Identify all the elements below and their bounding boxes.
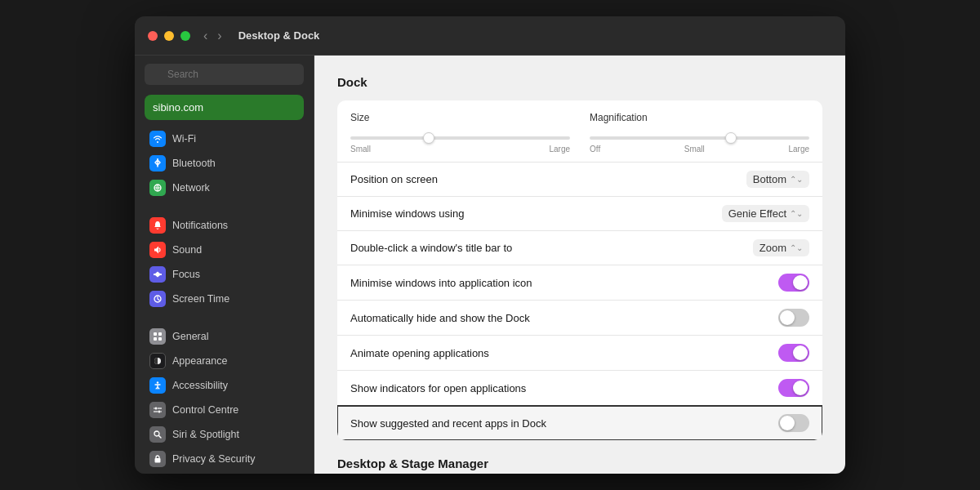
svg-point-9 xyxy=(158,411,161,413)
magnification-slider-group: Magnification Off Small Large xyxy=(590,112,809,154)
svg-rect-5 xyxy=(158,337,162,341)
sidebar-item-bluetooth-label: Bluetooth xyxy=(172,158,216,169)
window-content: 🔍 sibino.com Wi-Fi Bluetooth xyxy=(135,56,845,474)
svg-rect-2 xyxy=(154,332,157,336)
sidebar-item-screentime-label: Screen Time xyxy=(172,293,229,305)
svg-rect-3 xyxy=(158,332,162,336)
auto-hide-row: Automatically hide and show the Dock xyxy=(337,301,822,336)
sidebar-item-appearance-label: Appearance xyxy=(172,355,227,367)
position-value: Bottom xyxy=(753,173,786,185)
magnification-label: Magnification xyxy=(590,112,809,123)
sidebar-item-privacy[interactable]: Privacy & Security xyxy=(140,447,309,471)
show-recent-label: Show suggested and recent apps in Dock xyxy=(350,417,546,430)
screentime-icon xyxy=(149,291,166,307)
sidebar-item-bluetooth[interactable]: Bluetooth xyxy=(140,151,309,176)
position-select[interactable]: Bottom ⌃⌄ xyxy=(746,171,809,188)
auto-hide-slider xyxy=(778,309,809,327)
sidebar-section-network: Wi-Fi Bluetooth Network xyxy=(135,127,314,200)
indicators-toggle[interactable] xyxy=(778,379,809,397)
show-recent-toggle[interactable] xyxy=(778,414,809,432)
sidebar-item-focus[interactable]: Focus xyxy=(140,262,309,287)
sidebar: 🔍 sibino.com Wi-Fi Bluetooth xyxy=(135,56,314,474)
double-click-select[interactable]: Zoom ⌃⌄ xyxy=(753,239,809,256)
window-title: Desktop & Dock xyxy=(238,29,320,42)
back-button[interactable]: ‹ xyxy=(200,27,211,45)
sidebar-item-appearance[interactable]: Appearance xyxy=(140,349,309,373)
search-wrapper: 🔍 xyxy=(145,64,304,85)
sidebar-item-general[interactable]: General xyxy=(140,324,309,349)
sidebar-item-control[interactable]: Control Centre xyxy=(140,398,309,422)
sidebar-item-spotlight[interactable]: Siri & Spotlight xyxy=(140,422,309,447)
sidebar-item-wifi-label: Wi-Fi xyxy=(172,133,196,145)
control-icon xyxy=(149,402,166,418)
sidebar-item-sound[interactable]: Sound xyxy=(140,238,309,262)
indicators-label: Show indicators for open applications xyxy=(350,382,526,394)
minimise-icon-row: Minimise windows into application icon xyxy=(337,265,822,301)
size-slider-group: Size Small Large xyxy=(350,112,570,154)
minimize-button[interactable] xyxy=(164,31,174,41)
position-chevron: ⌃⌄ xyxy=(790,175,803,184)
minimise-using-row: Minimise windows using Genie Effect ⌃⌄ xyxy=(337,197,822,231)
position-row: Position on screen Bottom ⌃⌄ xyxy=(337,163,822,197)
sidebar-item-privacy-label: Privacy & Security xyxy=(172,453,255,465)
minimise-using-label: Minimise windows using xyxy=(350,207,464,220)
main-content: Dock Size Small Large xyxy=(314,56,845,474)
sidebar-item-general-label: General xyxy=(172,331,208,342)
indicators-slider xyxy=(778,379,809,397)
magnification-min-label: Off xyxy=(590,145,600,154)
auto-hide-toggle[interactable] xyxy=(778,309,809,327)
system-preferences-window: ‹ › Desktop & Dock 🔍 sibino.com Wi-Fi xyxy=(135,16,845,474)
minimise-using-select[interactable]: Genie Effect ⌃⌄ xyxy=(722,205,809,222)
sidebar-item-screentime[interactable]: Screen Time xyxy=(140,287,309,311)
size-max-label: Large xyxy=(549,145,570,154)
size-label: Size xyxy=(350,112,570,123)
focus-icon xyxy=(149,266,166,283)
network-icon xyxy=(149,180,166,196)
sidebar-item-notifications[interactable]: Notifications xyxy=(140,213,309,238)
sidebar-item-network[interactable]: Network xyxy=(140,176,309,200)
magnification-slider[interactable] xyxy=(590,136,809,140)
size-slider[interactable] xyxy=(350,136,570,140)
search-input[interactable] xyxy=(145,64,304,85)
svg-point-7 xyxy=(157,381,158,383)
dock-card: Size Small Large Magnification Off xyxy=(337,100,822,440)
minimise-icon-label: Minimise windows into application icon xyxy=(350,277,532,289)
bluetooth-icon xyxy=(149,155,166,172)
double-click-value: Zoom xyxy=(760,242,786,254)
magnification-mid-label: Small xyxy=(684,145,705,154)
show-recent-row: Show suggested and recent apps in Dock xyxy=(337,406,822,440)
spotlight-icon xyxy=(149,426,166,443)
close-button[interactable] xyxy=(148,31,158,41)
sidebar-item-control-label: Control Centre xyxy=(172,404,238,416)
privacy-icon xyxy=(149,451,166,467)
sidebar-item-notifications-label: Notifications xyxy=(172,220,228,231)
sidebar-item-accessibility-label: Accessibility xyxy=(172,380,228,391)
appearance-icon xyxy=(149,353,166,369)
forward-button[interactable]: › xyxy=(214,27,225,45)
minimise-icon-toggle[interactable] xyxy=(778,274,809,292)
sliders-row: Size Small Large Magnification Off xyxy=(350,112,809,154)
sidebar-item-accessibility[interactable]: Accessibility xyxy=(140,373,309,398)
animate-label: Animate opening applications xyxy=(350,347,489,359)
size-slider-labels: Small Large xyxy=(350,145,570,154)
minimise-using-value: Genie Effect xyxy=(728,207,786,220)
fullscreen-button[interactable] xyxy=(180,31,190,41)
traffic-lights xyxy=(148,31,190,41)
auto-hide-label: Automatically hide and show the Dock xyxy=(350,312,530,324)
sidebar-section-notifications: Notifications Sound Focus xyxy=(135,213,314,311)
sidebar-item-sound-label: Sound xyxy=(172,244,202,256)
sound-icon xyxy=(149,242,166,258)
svg-line-15 xyxy=(159,436,162,439)
notifications-icon xyxy=(149,217,166,234)
sidebar-item-wifi[interactable]: Wi-Fi xyxy=(140,127,309,151)
sidebar-item-network-label: Network xyxy=(172,182,210,194)
animate-slider xyxy=(778,344,809,362)
indicators-row: Show indicators for open applications xyxy=(337,371,822,406)
minimise-icon-slider xyxy=(778,274,809,292)
desktop-stage-title: Desktop & Stage Manager xyxy=(337,457,822,470)
dock-section-title: Dock xyxy=(337,75,822,89)
account-badge[interactable]: sibino.com xyxy=(145,95,304,120)
svg-rect-4 xyxy=(154,337,157,341)
animate-toggle[interactable] xyxy=(778,344,809,362)
size-min-label: Small xyxy=(350,145,371,154)
